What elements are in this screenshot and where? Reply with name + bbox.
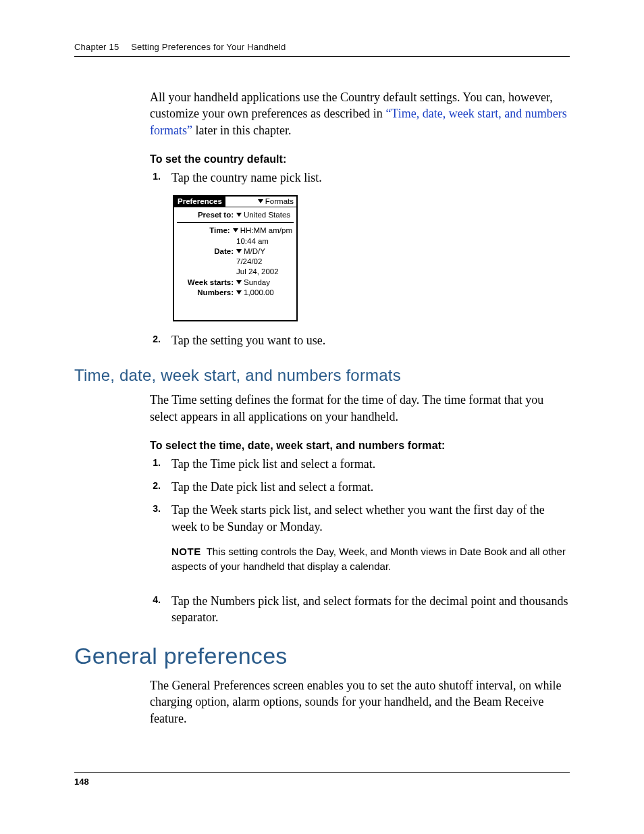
palm-date-label: Date: (178, 247, 236, 256)
step-body: Tap the country name pick list. (171, 170, 570, 186)
section-heading-formats: Time, date, week start, and numbers form… (74, 366, 570, 385)
palm-time-row: Time: HH:MM am/pm (174, 225, 296, 235)
palm-date-row: Date: M/D/Y (174, 246, 296, 256)
step-body: Tap the Date pick list and select a form… (171, 479, 570, 495)
step-body: Tap the Time pick list and select a form… (171, 456, 570, 472)
dropdown-icon (258, 199, 263, 203)
chapter-title: Setting Preferences for Your Handheld (131, 42, 286, 52)
palm-preset-label: Preset to: (178, 211, 236, 219)
page-number: 148 (74, 772, 570, 787)
formats-intro: The Time setting defines the format for … (150, 392, 570, 425)
steps-country-2: 2. Tap the setting you want to use. (150, 332, 570, 348)
step-body: Tap the Numbers pick list, and select fo… (171, 593, 570, 626)
dropdown-icon (236, 290, 242, 294)
chapter-label: Chapter 15 (74, 42, 119, 52)
step-4: 4. Tap the Numbers pick list, and select… (150, 593, 570, 626)
palm-screenshot: Preferences Formats Preset to: United St… (173, 195, 298, 321)
general-body: The General Preferences screen enables y… (150, 677, 570, 727)
dropdown-icon (236, 249, 242, 253)
step-number: 1. (150, 456, 161, 472)
intro-paragraph: All your handheld applications use the C… (150, 89, 570, 138)
step-number: 1. (150, 170, 161, 186)
dropdown-icon (233, 228, 238, 232)
note-block: NOTEThis setting controls the Day, Week,… (171, 544, 570, 574)
steps-formats: 1. Tap the Time pick list and select a f… (150, 456, 570, 625)
intro-post: later in this chapter. (192, 124, 291, 137)
palm-week-label: Week starts: (178, 278, 236, 287)
palm-week-row: Week starts: Sunday (174, 277, 296, 287)
note-label: NOTE (171, 546, 201, 557)
palm-time-label: Time: (178, 226, 233, 235)
palm-numbers-picklist[interactable]: 1,000.00 (236, 288, 292, 297)
palm-numbers-row: Numbers: 1,000.00 (174, 287, 296, 297)
step-2: 2. Tap the setting you want to use. (150, 332, 570, 348)
palm-menu-picklist[interactable]: Formats (258, 197, 296, 207)
running-header: Chapter 15 Setting Preferences for Your … (74, 42, 570, 57)
palm-time-picklist[interactable]: HH:MM am/pm (233, 226, 292, 235)
step-number: 4. (150, 593, 161, 626)
palm-title: Preferences (174, 197, 225, 207)
step-3: 3. Tap the Week starts pick list, and se… (150, 502, 570, 585)
palm-menu-label: Formats (265, 197, 294, 205)
dropdown-icon (236, 280, 242, 284)
palm-date-picklist[interactable]: M/D/Y (236, 247, 292, 256)
palm-time-example: 10:44 am (174, 236, 296, 246)
palm-preset-picklist[interactable]: United States (236, 211, 292, 219)
main-content: All your handheld applications use the C… (150, 89, 570, 727)
section-heading-general: General preferences (74, 643, 570, 669)
task-heading-formats: To select the time, date, week start, an… (150, 440, 570, 452)
page: Chapter 15 Setting Preferences for Your … (0, 0, 644, 834)
step-1: 1. Tap the country name pick list. (150, 170, 570, 186)
note-body: This setting controls the Day, Week, and… (171, 546, 566, 572)
palm-titlebar: Preferences Formats (174, 197, 296, 207)
palm-numbers-label: Numbers: (178, 288, 236, 297)
palm-date-example1: 7/24/02 (174, 256, 296, 266)
task-heading-country: To set the country default: (150, 153, 570, 165)
step-number: 2. (150, 479, 161, 495)
step-body: Tap the setting you want to use. (171, 332, 570, 348)
palm-week-picklist[interactable]: Sunday (236, 278, 292, 287)
steps-country: 1. Tap the country name pick list. (150, 170, 570, 186)
palm-date-example2: Jul 24, 2002 (174, 266, 296, 276)
step-1: 1. Tap the Time pick list and select a f… (150, 456, 570, 472)
step-body: Tap the Week starts pick list, and selec… (171, 502, 570, 585)
step-number: 3. (150, 502, 161, 585)
step-2: 2. Tap the Date pick list and select a f… (150, 479, 570, 495)
step-number: 2. (150, 332, 161, 348)
palm-separator (177, 222, 294, 223)
dropdown-icon (236, 213, 242, 217)
palm-preset-row: Preset to: United States (174, 209, 296, 219)
